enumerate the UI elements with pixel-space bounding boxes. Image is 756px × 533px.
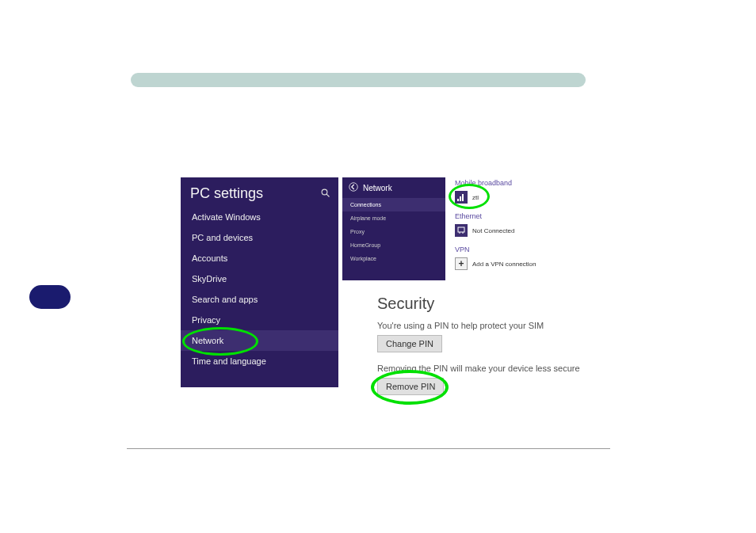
divider-line xyxy=(127,448,610,449)
svg-point-0 xyxy=(322,189,327,195)
sidebar-item-search-and-apps[interactable]: Search and apps xyxy=(181,289,338,310)
search-icon[interactable] xyxy=(321,188,330,200)
network-item-workplace[interactable]: Workplace xyxy=(342,252,445,265)
remove-pin-button[interactable]: Remove PIN xyxy=(377,378,444,395)
svg-rect-4 xyxy=(460,196,461,201)
network-subpanel: Network Connections Airplane mode Proxy … xyxy=(342,177,445,280)
svg-point-2 xyxy=(349,183,358,192)
plus-icon: + xyxy=(455,257,468,270)
svg-rect-3 xyxy=(457,199,459,201)
add-vpn-text: Add a VPN connection xyxy=(472,261,536,268)
ethernet-connection-row[interactable]: Not Connected xyxy=(447,222,591,239)
mobile-connection-name: ztl xyxy=(472,194,479,201)
sidebar-item-skydrive[interactable]: SkyDrive xyxy=(181,268,338,289)
decorative-bar xyxy=(131,73,586,87)
add-vpn-row[interactable]: + Add a VPN connection xyxy=(447,255,591,272)
change-pin-button[interactable]: Change PIN xyxy=(377,335,442,352)
network-item-airplane[interactable]: Airplane mode xyxy=(342,211,445,225)
ethernet-icon xyxy=(455,224,468,237)
network-header: Network xyxy=(342,177,445,198)
mobile-connection-row[interactable]: ztl xyxy=(447,188,591,206)
sidebar-item-network[interactable]: Network xyxy=(181,330,338,351)
svg-rect-6 xyxy=(458,227,464,232)
ethernet-label: Ethernet xyxy=(447,211,591,222)
security-pin-text: You're using a PIN to help protect your … xyxy=(377,321,607,330)
pc-settings-header: PC settings xyxy=(181,184,338,207)
svg-line-1 xyxy=(326,194,329,196)
sidebar-item-accounts[interactable]: Accounts xyxy=(181,248,338,268)
pc-settings-title: PC settings xyxy=(190,185,263,202)
decorative-pill xyxy=(29,285,71,309)
connections-panel: Mobile broadband ztl Ethernet Not Connec… xyxy=(447,177,591,280)
vpn-label: VPN xyxy=(447,244,591,255)
network-item-proxy[interactable]: Proxy xyxy=(342,225,445,238)
ethernet-status: Not Connected xyxy=(472,227,514,234)
security-heading: Security xyxy=(377,295,607,313)
signal-icon xyxy=(455,191,468,204)
network-item-homegroup[interactable]: HomeGroup xyxy=(342,238,445,252)
sidebar-item-pc-and-devices[interactable]: PC and devices xyxy=(181,227,338,248)
network-item-connections[interactable]: Connections xyxy=(342,198,445,211)
security-section: Security You're using a PIN to help prot… xyxy=(377,295,607,406)
svg-rect-5 xyxy=(462,194,464,201)
network-title: Network xyxy=(363,184,392,192)
back-icon[interactable] xyxy=(349,182,358,193)
sidebar-item-activate-windows[interactable]: Activate Windows xyxy=(181,207,338,227)
sidebar-item-privacy[interactable]: Privacy xyxy=(181,310,338,330)
pc-settings-panel: PC settings Activate Windows PC and devi… xyxy=(181,177,338,387)
